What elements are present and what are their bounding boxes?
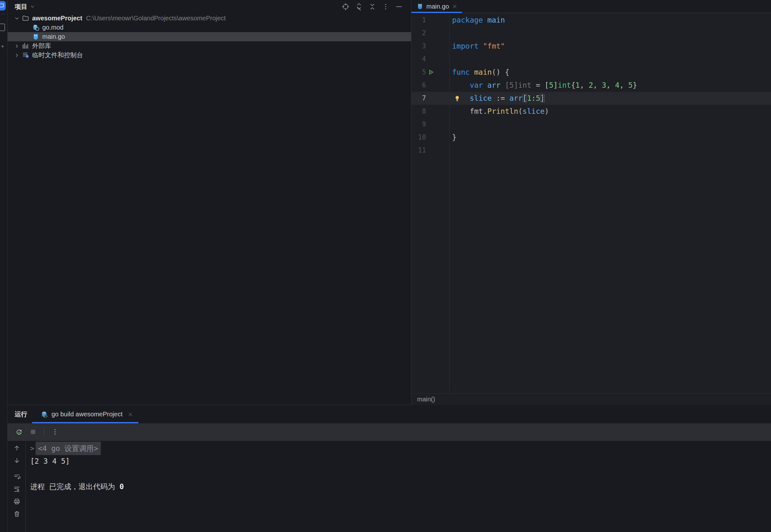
code-line-1[interactable]: package main <box>452 14 505 27</box>
run-gutter-icon[interactable] <box>428 69 434 75</box>
console-line[interactable]: ><4 go 设置调用> <box>30 442 101 455</box>
line-number-9[interactable]: 9 <box>412 118 426 131</box>
print-icon[interactable] <box>13 498 20 505</box>
breadcrumb[interactable]: main() <box>412 393 771 405</box>
line-number-1[interactable]: 1 <box>412 14 426 27</box>
fold-chevron-icon[interactable]: > <box>30 442 34 455</box>
line-number-7[interactable]: 7 <box>412 92 426 105</box>
run-tab-label: go build awesomeProject <box>51 411 122 418</box>
exit-code: 0 <box>119 480 124 493</box>
line-number-4[interactable]: 4 <box>412 53 426 66</box>
run-tab-go-build[interactable]: go build awesomeProject <box>32 405 138 423</box>
tree-item-label: 临时文件和控制台 <box>32 51 83 59</box>
scroll-to-end-icon[interactable] <box>13 486 20 493</box>
run-panel-title[interactable]: 运行 <box>15 405 27 423</box>
arrow-down-icon[interactable] <box>13 457 20 464</box>
clear-all-icon[interactable] <box>13 510 20 517</box>
project-panel-header: 项目 <box>8 0 411 13</box>
stop-button <box>29 428 37 436</box>
project-panel: 项目 awesomeProjectC:\Users\meowr\GolandPr… <box>8 0 412 405</box>
editor: main.go 1package main23import "fmt"45fun… <box>412 0 771 405</box>
toolbar-divider <box>44 427 44 437</box>
go-file-icon <box>417 3 424 10</box>
console-output[interactable]: ><4 go 设置调用>[2 3 4 5]进程 已完成，退出代码为 0 <box>26 441 771 532</box>
run-panel: 运行 go build awesomeProject ><4 go 设置调用>[… <box>8 405 771 532</box>
tree-row-go.mod[interactable]: go.mod <box>8 23 411 32</box>
run-toolbar <box>8 423 771 441</box>
console-toolbar <box>8 441 26 532</box>
folder-icon <box>0 3 4 8</box>
breadcrumb-item[interactable]: main() <box>417 396 435 403</box>
chevron-right-icon[interactable] <box>14 52 20 58</box>
chevron-down-icon <box>30 4 35 9</box>
project-tree: awesomeProjectC:\Users\meowr\GolandProje… <box>8 14 411 60</box>
line-number-2[interactable]: 2 <box>412 27 426 40</box>
tree-item-label: main.go <box>42 33 65 40</box>
code-line-7[interactable]: slice := arr[1:5] <box>452 92 545 105</box>
tree-row-临时文件和控制台[interactable]: 临时文件和控制台 <box>8 51 411 60</box>
line-number-3[interactable]: 3 <box>412 40 426 53</box>
stripe-divider <box>1 14 6 14</box>
commit-tool-stripe-icon[interactable] <box>0 24 5 31</box>
console-line: [2 3 4 5] <box>30 455 70 467</box>
console: ><4 go 设置调用>[2 3 4 5]进程 已完成，退出代码为 0 <box>8 441 771 532</box>
code-line-5[interactable]: func main() { <box>452 66 509 79</box>
locate-opened-file-icon[interactable] <box>342 3 349 10</box>
code-line-3[interactable]: import "fmt" <box>452 40 505 53</box>
code-line-10[interactable]: } <box>452 131 457 144</box>
folded-command[interactable]: <4 go 设置调用> <box>36 442 101 455</box>
arrow-up-icon[interactable] <box>13 445 20 452</box>
soft-wrap-icon[interactable] <box>13 473 20 480</box>
rerun-button[interactable] <box>15 428 23 436</box>
line-number-8[interactable]: 8 <box>412 105 426 118</box>
tree-row-awesomeProject[interactable]: awesomeProjectC:\Users\meowr\GolandProje… <box>8 14 411 23</box>
stripe-dot-icon <box>2 45 3 47</box>
hide-panel-icon[interactable] <box>395 3 403 10</box>
tree-item-label: awesomeProject <box>32 15 82 22</box>
project-path: C:\Users\meowr\GolandProjects\awesomePro… <box>86 15 226 22</box>
editor-tab-main-go[interactable]: main.go <box>412 0 462 13</box>
tree-row-外部库[interactable]: 外部库 <box>8 41 411 51</box>
collapse-all-icon[interactable] <box>368 3 376 10</box>
line-number-5[interactable]: 5 <box>412 66 426 79</box>
project-tool-stripe-icon[interactable] <box>0 1 6 10</box>
tree-item-label: go.mod <box>42 24 64 31</box>
close-icon[interactable] <box>452 3 458 9</box>
tree-item-label: 外部库 <box>32 42 51 50</box>
editor-body[interactable]: 1package main23import "fmt"45func main()… <box>412 13 771 393</box>
scratch-icon <box>22 51 29 59</box>
folder-icon <box>22 15 29 22</box>
project-panel-title[interactable]: 项目 <box>15 3 35 11</box>
more-options-button[interactable] <box>51 428 59 436</box>
editor-tab-bar: main.go <box>412 0 771 13</box>
run-title-text: 运行 <box>15 410 27 419</box>
close-icon[interactable] <box>127 412 133 417</box>
line-number-11[interactable]: 11 <box>412 144 426 157</box>
go-file-icon <box>32 33 39 40</box>
goland-window: 项目 awesomeProjectC:\Users\meowr\GolandPr… <box>0 0 771 532</box>
console-line: 进程 已完成，退出代码为 0 <box>30 480 124 493</box>
run-panel-header: 运行 go build awesomeProject <box>8 405 771 423</box>
go-mod-icon <box>32 24 39 31</box>
code-line-8[interactable]: fmt.Println(slice) <box>452 105 549 118</box>
line-number-10[interactable]: 10 <box>412 131 426 144</box>
project-title-text: 项目 <box>15 3 27 11</box>
editor-tab-label: main.go <box>427 3 449 10</box>
chevron-down-icon[interactable] <box>14 16 20 21</box>
expand-all-icon[interactable] <box>355 3 363 10</box>
tool-window-stripe <box>0 0 8 532</box>
line-number-6[interactable]: 6 <box>412 79 426 92</box>
gutter-divider <box>449 13 450 393</box>
library-icon <box>22 42 29 50</box>
go-run-icon <box>41 411 48 418</box>
chevron-right-icon[interactable] <box>14 43 20 49</box>
tree-row-main.go[interactable]: main.go <box>8 32 411 41</box>
more-options-icon[interactable] <box>382 3 390 10</box>
code-line-6[interactable]: var arr [5]int = [5]int{1, 2, 3, 4, 5} <box>452 79 637 92</box>
project-header-toolbar <box>342 3 411 10</box>
